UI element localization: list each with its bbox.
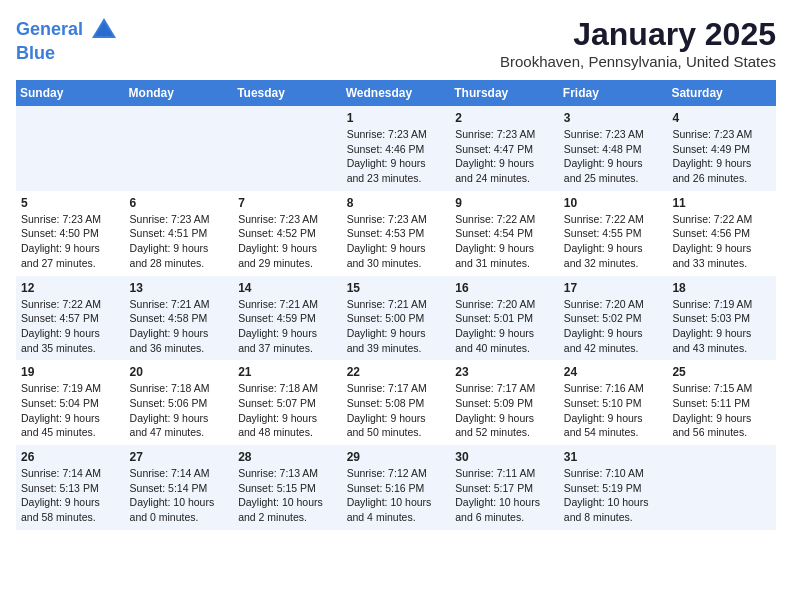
- day-number: 20: [130, 365, 229, 379]
- day-info: Sunrise: 7:16 AM Sunset: 5:10 PM Dayligh…: [564, 381, 663, 440]
- calendar-cell: 30Sunrise: 7:11 AM Sunset: 5:17 PM Dayli…: [450, 445, 559, 530]
- day-info: Sunrise: 7:14 AM Sunset: 5:14 PM Dayligh…: [130, 466, 229, 525]
- day-info: Sunrise: 7:18 AM Sunset: 5:06 PM Dayligh…: [130, 381, 229, 440]
- weekday-tuesday: Tuesday: [233, 80, 342, 106]
- logo-text: General: [16, 16, 118, 44]
- weekday-monday: Monday: [125, 80, 234, 106]
- calendar-cell: 18Sunrise: 7:19 AM Sunset: 5:03 PM Dayli…: [667, 276, 776, 361]
- calendar-cell: 11Sunrise: 7:22 AM Sunset: 4:56 PM Dayli…: [667, 191, 776, 276]
- day-number: 27: [130, 450, 229, 464]
- day-info: Sunrise: 7:22 AM Sunset: 4:54 PM Dayligh…: [455, 212, 554, 271]
- day-info: Sunrise: 7:23 AM Sunset: 4:51 PM Dayligh…: [130, 212, 229, 271]
- weekday-header-row: SundayMondayTuesdayWednesdayThursdayFrid…: [16, 80, 776, 106]
- calendar-body: 1Sunrise: 7:23 AM Sunset: 4:46 PM Daylig…: [16, 106, 776, 530]
- day-number: 15: [347, 281, 446, 295]
- calendar-cell: 2Sunrise: 7:23 AM Sunset: 4:47 PM Daylig…: [450, 106, 559, 191]
- day-number: 8: [347, 196, 446, 210]
- day-info: Sunrise: 7:19 AM Sunset: 5:04 PM Dayligh…: [21, 381, 120, 440]
- location: Brookhaven, Pennsylvania, United States: [500, 53, 776, 70]
- day-info: Sunrise: 7:12 AM Sunset: 5:16 PM Dayligh…: [347, 466, 446, 525]
- week-row-3: 12Sunrise: 7:22 AM Sunset: 4:57 PM Dayli…: [16, 276, 776, 361]
- calendar-cell: [667, 445, 776, 530]
- calendar-cell: 29Sunrise: 7:12 AM Sunset: 5:16 PM Dayli…: [342, 445, 451, 530]
- calendar-cell: 8Sunrise: 7:23 AM Sunset: 4:53 PM Daylig…: [342, 191, 451, 276]
- day-info: Sunrise: 7:13 AM Sunset: 5:15 PM Dayligh…: [238, 466, 337, 525]
- calendar-cell: 14Sunrise: 7:21 AM Sunset: 4:59 PM Dayli…: [233, 276, 342, 361]
- day-number: 19: [21, 365, 120, 379]
- day-info: Sunrise: 7:23 AM Sunset: 4:49 PM Dayligh…: [672, 127, 771, 186]
- calendar-cell: 5Sunrise: 7:23 AM Sunset: 4:50 PM Daylig…: [16, 191, 125, 276]
- day-info: Sunrise: 7:22 AM Sunset: 4:56 PM Dayligh…: [672, 212, 771, 271]
- day-info: Sunrise: 7:23 AM Sunset: 4:48 PM Dayligh…: [564, 127, 663, 186]
- calendar-table: SundayMondayTuesdayWednesdayThursdayFrid…: [16, 80, 776, 530]
- weekday-sunday: Sunday: [16, 80, 125, 106]
- calendar-cell: 12Sunrise: 7:22 AM Sunset: 4:57 PM Dayli…: [16, 276, 125, 361]
- day-info: Sunrise: 7:21 AM Sunset: 4:58 PM Dayligh…: [130, 297, 229, 356]
- calendar-cell: [125, 106, 234, 191]
- day-info: Sunrise: 7:20 AM Sunset: 5:01 PM Dayligh…: [455, 297, 554, 356]
- calendar-cell: 1Sunrise: 7:23 AM Sunset: 4:46 PM Daylig…: [342, 106, 451, 191]
- calendar-cell: 15Sunrise: 7:21 AM Sunset: 5:00 PM Dayli…: [342, 276, 451, 361]
- week-row-2: 5Sunrise: 7:23 AM Sunset: 4:50 PM Daylig…: [16, 191, 776, 276]
- day-number: 11: [672, 196, 771, 210]
- day-info: Sunrise: 7:10 AM Sunset: 5:19 PM Dayligh…: [564, 466, 663, 525]
- calendar-cell: 24Sunrise: 7:16 AM Sunset: 5:10 PM Dayli…: [559, 360, 668, 445]
- day-number: 31: [564, 450, 663, 464]
- day-number: 22: [347, 365, 446, 379]
- calendar-cell: 6Sunrise: 7:23 AM Sunset: 4:51 PM Daylig…: [125, 191, 234, 276]
- calendar-header: SundayMondayTuesdayWednesdayThursdayFrid…: [16, 80, 776, 106]
- logo-general: General: [16, 19, 83, 39]
- calendar-cell: 4Sunrise: 7:23 AM Sunset: 4:49 PM Daylig…: [667, 106, 776, 191]
- calendar-cell: 20Sunrise: 7:18 AM Sunset: 5:06 PM Dayli…: [125, 360, 234, 445]
- title-area: January 2025 Brookhaven, Pennsylvania, U…: [500, 16, 776, 70]
- day-number: 14: [238, 281, 337, 295]
- day-info: Sunrise: 7:17 AM Sunset: 5:08 PM Dayligh…: [347, 381, 446, 440]
- day-number: 9: [455, 196, 554, 210]
- day-number: 3: [564, 111, 663, 125]
- day-number: 12: [21, 281, 120, 295]
- calendar-cell: 3Sunrise: 7:23 AM Sunset: 4:48 PM Daylig…: [559, 106, 668, 191]
- day-info: Sunrise: 7:23 AM Sunset: 4:47 PM Dayligh…: [455, 127, 554, 186]
- day-number: 4: [672, 111, 771, 125]
- weekday-thursday: Thursday: [450, 80, 559, 106]
- day-info: Sunrise: 7:23 AM Sunset: 4:53 PM Dayligh…: [347, 212, 446, 271]
- month-title: January 2025: [500, 16, 776, 53]
- weekday-wednesday: Wednesday: [342, 80, 451, 106]
- day-number: 7: [238, 196, 337, 210]
- calendar-cell: 25Sunrise: 7:15 AM Sunset: 5:11 PM Dayli…: [667, 360, 776, 445]
- day-number: 18: [672, 281, 771, 295]
- day-number: 16: [455, 281, 554, 295]
- day-number: 6: [130, 196, 229, 210]
- day-info: Sunrise: 7:15 AM Sunset: 5:11 PM Dayligh…: [672, 381, 771, 440]
- day-number: 28: [238, 450, 337, 464]
- calendar-cell: 7Sunrise: 7:23 AM Sunset: 4:52 PM Daylig…: [233, 191, 342, 276]
- calendar-cell: 31Sunrise: 7:10 AM Sunset: 5:19 PM Dayli…: [559, 445, 668, 530]
- day-number: 10: [564, 196, 663, 210]
- day-number: 5: [21, 196, 120, 210]
- day-number: 25: [672, 365, 771, 379]
- page-header: General Blue January 2025 Brookhaven, Pe…: [16, 16, 776, 70]
- calendar-cell: 27Sunrise: 7:14 AM Sunset: 5:14 PM Dayli…: [125, 445, 234, 530]
- day-info: Sunrise: 7:23 AM Sunset: 4:46 PM Dayligh…: [347, 127, 446, 186]
- day-number: 30: [455, 450, 554, 464]
- day-info: Sunrise: 7:20 AM Sunset: 5:02 PM Dayligh…: [564, 297, 663, 356]
- calendar-cell: 19Sunrise: 7:19 AM Sunset: 5:04 PM Dayli…: [16, 360, 125, 445]
- calendar-cell: 10Sunrise: 7:22 AM Sunset: 4:55 PM Dayli…: [559, 191, 668, 276]
- calendar-cell: 23Sunrise: 7:17 AM Sunset: 5:09 PM Dayli…: [450, 360, 559, 445]
- day-info: Sunrise: 7:21 AM Sunset: 4:59 PM Dayligh…: [238, 297, 337, 356]
- calendar-cell: [16, 106, 125, 191]
- day-number: 2: [455, 111, 554, 125]
- day-number: 24: [564, 365, 663, 379]
- calendar-cell: 9Sunrise: 7:22 AM Sunset: 4:54 PM Daylig…: [450, 191, 559, 276]
- calendar-cell: 13Sunrise: 7:21 AM Sunset: 4:58 PM Dayli…: [125, 276, 234, 361]
- day-info: Sunrise: 7:23 AM Sunset: 4:52 PM Dayligh…: [238, 212, 337, 271]
- calendar-cell: 16Sunrise: 7:20 AM Sunset: 5:01 PM Dayli…: [450, 276, 559, 361]
- day-info: Sunrise: 7:14 AM Sunset: 5:13 PM Dayligh…: [21, 466, 120, 525]
- calendar-cell: 28Sunrise: 7:13 AM Sunset: 5:15 PM Dayli…: [233, 445, 342, 530]
- calendar-cell: 21Sunrise: 7:18 AM Sunset: 5:07 PM Dayli…: [233, 360, 342, 445]
- day-number: 17: [564, 281, 663, 295]
- day-number: 23: [455, 365, 554, 379]
- calendar-cell: 22Sunrise: 7:17 AM Sunset: 5:08 PM Dayli…: [342, 360, 451, 445]
- day-info: Sunrise: 7:18 AM Sunset: 5:07 PM Dayligh…: [238, 381, 337, 440]
- weekday-friday: Friday: [559, 80, 668, 106]
